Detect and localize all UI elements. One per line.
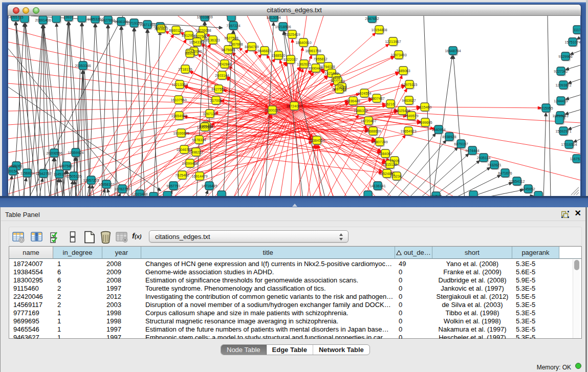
svg-text:1362615: 1362615 <box>297 62 311 66</box>
svg-text:2087652: 2087652 <box>365 17 379 20</box>
svg-text:2367608: 2367608 <box>229 42 243 46</box>
svg-text:7625402: 7625402 <box>175 173 189 177</box>
svg-text:1024554: 1024554 <box>357 92 371 95</box>
svg-text:1549579: 1549579 <box>404 114 418 118</box>
svg-text:10025438: 10025438 <box>394 109 410 113</box>
svg-text:9329966: 9329966 <box>558 55 572 58</box>
svg-text:7386372: 7386372 <box>354 109 367 113</box>
svg-text:19384554: 19384554 <box>309 139 324 142</box>
svg-text:10154808: 10154808 <box>371 28 387 32</box>
svg-text:6879197: 6879197 <box>454 142 468 146</box>
svg-text:9527508: 9527508 <box>224 36 238 40</box>
svg-text:19166825: 19166825 <box>173 132 189 135</box>
svg-text:10958107: 10958107 <box>98 183 114 186</box>
svg-text:14055715: 14055715 <box>8 16 24 19</box>
svg-text:15692971: 15692971 <box>555 129 571 133</box>
svg-text:3267130: 3267130 <box>203 112 216 116</box>
svg-text:12023448: 12023448 <box>132 192 147 196</box>
svg-text:19654988: 19654988 <box>171 114 187 118</box>
svg-text:1117: 1117 <box>574 28 580 32</box>
svg-text:7485063: 7485063 <box>396 69 410 73</box>
svg-text:17359924: 17359924 <box>68 151 83 155</box>
svg-text:9463627: 9463627 <box>402 99 416 102</box>
svg-text:1244419: 1244419 <box>554 99 568 103</box>
svg-text:13226058: 13226058 <box>195 29 211 32</box>
svg-text:2935114: 2935114 <box>477 156 491 160</box>
svg-text:12505135: 12505135 <box>66 174 81 178</box>
svg-text:13325419: 13325419 <box>284 33 300 36</box>
svg-text:10975887: 10975887 <box>58 164 74 168</box>
svg-text:1498222: 1498222 <box>189 150 203 154</box>
svg-text:16961758: 16961758 <box>305 49 321 53</box>
svg-text:19218506: 19218506 <box>275 25 291 29</box>
svg-text:18807249: 18807249 <box>372 140 387 144</box>
svg-text:9646821: 9646821 <box>257 49 271 53</box>
svg-text:7663822: 7663822 <box>154 27 168 31</box>
svg-text:20053346: 20053346 <box>75 64 91 68</box>
svg-text:10807487: 10807487 <box>368 97 384 100</box>
svg-text:9115460: 9115460 <box>418 105 432 109</box>
svg-text:1640954: 1640954 <box>431 128 445 132</box>
svg-text:14099488: 14099488 <box>182 162 198 165</box>
svg-text:8322037: 8322037 <box>284 58 297 61</box>
svg-text:10654112: 10654112 <box>509 180 525 183</box>
svg-text:14136141: 14136141 <box>369 184 385 188</box>
svg-text:7357224: 7357224 <box>226 24 240 28</box>
svg-text:16914479: 16914479 <box>191 174 207 178</box>
svg-text:18724007: 18724007 <box>286 104 302 108</box>
svg-text:13353594: 13353594 <box>197 125 212 129</box>
svg-text:6794028: 6794028 <box>321 65 335 69</box>
svg-text:20206556: 20206556 <box>46 151 62 155</box>
svg-text:25234: 25234 <box>391 174 402 178</box>
svg-text:25300293: 25300293 <box>264 108 280 112</box>
svg-text:8660125: 8660125 <box>169 29 183 32</box>
svg-text:3215955: 3215955 <box>539 106 553 110</box>
svg-text:10688609: 10688609 <box>365 129 381 133</box>
svg-text:16033809: 16033809 <box>197 16 212 19</box>
svg-text:16543362: 16543362 <box>189 40 205 44</box>
svg-text:16210643: 16210643 <box>552 114 568 118</box>
svg-text:20691406: 20691406 <box>35 18 51 22</box>
svg-text:12942757: 12942757 <box>35 172 51 176</box>
svg-text:6216: 6216 <box>386 102 395 106</box>
svg-text:3675685: 3675685 <box>221 48 235 52</box>
svg-text:1167533: 1167533 <box>570 157 580 161</box>
svg-text:98901: 98901 <box>185 52 195 55</box>
svg-text:12975115: 12975115 <box>402 83 418 86</box>
svg-text:9474444: 9474444 <box>465 149 479 152</box>
svg-text:19937: 19937 <box>63 16 74 19</box>
svg-text:8813054: 8813054 <box>267 16 280 19</box>
svg-text:19716485: 19716485 <box>201 184 217 188</box>
svg-text:9245652: 9245652 <box>521 187 535 191</box>
svg-text:12213369: 12213369 <box>171 83 187 86</box>
svg-text:9227342: 9227342 <box>554 70 568 73</box>
svg-text:1156829: 1156829 <box>20 171 34 175</box>
svg-text:5578334: 5578334 <box>192 138 206 142</box>
svg-text:11205: 11205 <box>390 159 400 163</box>
svg-text:9242848: 9242848 <box>217 62 231 66</box>
svg-text:9777169: 9777169 <box>331 79 344 83</box>
svg-text:7955812: 7955812 <box>313 57 327 61</box>
svg-text:1527602: 1527602 <box>101 18 115 22</box>
svg-text:8938928: 8938928 <box>442 135 456 139</box>
svg-text:12213967: 12213967 <box>385 40 401 43</box>
svg-text:9699695: 9699695 <box>418 121 432 124</box>
svg-text:7632621: 7632621 <box>487 163 501 167</box>
svg-text:15751074: 15751074 <box>564 40 580 44</box>
svg-text:16648784: 16648784 <box>445 49 461 53</box>
svg-text:15720407: 15720407 <box>360 119 376 123</box>
svg-text:6497568: 6497568 <box>332 87 346 91</box>
svg-text:9084067: 9084067 <box>378 152 392 156</box>
svg-text:2603144: 2603144 <box>215 74 229 77</box>
svg-text:1815132: 1815132 <box>383 163 397 166</box>
svg-text:16782759: 16782759 <box>114 187 130 191</box>
svg-text:8454749: 8454749 <box>245 45 258 49</box>
svg-text:17016504: 17016504 <box>561 143 577 146</box>
svg-text:8471676: 8471676 <box>498 171 512 175</box>
svg-text:8136323: 8136323 <box>206 38 220 42</box>
svg-text:12093872: 12093872 <box>555 83 571 87</box>
svg-text:10973493: 10973493 <box>390 53 406 57</box>
svg-text:2036448: 2036448 <box>346 99 360 103</box>
svg-text:1588520: 1588520 <box>271 54 285 57</box>
svg-text:39154: 39154 <box>8 169 18 173</box>
